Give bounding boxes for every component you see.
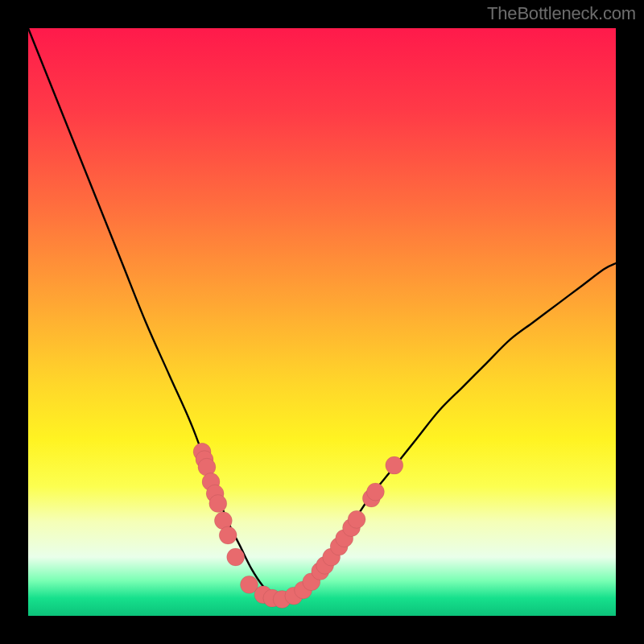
watermark-text: TheBottleneck.com [487, 3, 636, 24]
chart-svg [28, 28, 616, 616]
data-marker [386, 456, 403, 474]
data-marker [348, 510, 365, 528]
data-marker [227, 548, 245, 566]
data-marker [366, 483, 384, 501]
data-marker [219, 526, 237, 544]
plot-area [28, 28, 616, 616]
marker-group [193, 443, 403, 608]
data-marker [209, 495, 227, 513]
chart-wrapper: TheBottleneck.com [0, 0, 644, 644]
bottleneck-curve [28, 28, 616, 600]
